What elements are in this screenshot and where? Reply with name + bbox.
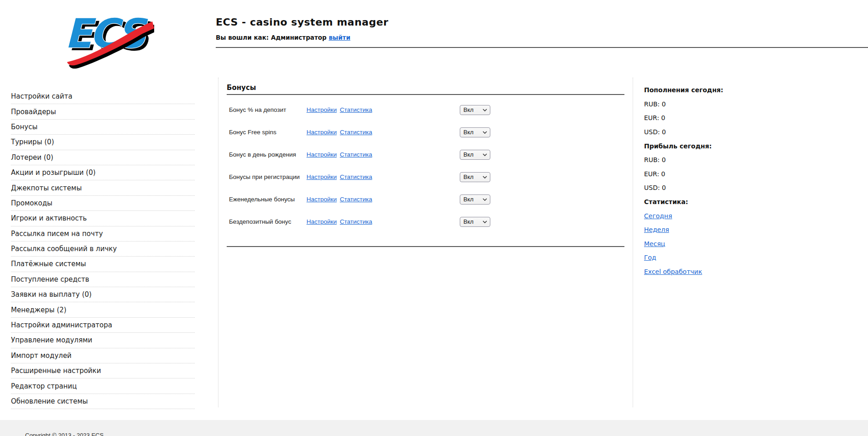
sidebar-menu: Настройки сайта Провайдеры Бонусы Турнир… (11, 89, 195, 409)
bonus-name: Бонус % на депозит (229, 106, 307, 113)
profit-rub-value: RUB: 0 (644, 153, 781, 167)
login-status: Вы вошли как: Администратор выйти (216, 34, 350, 41)
section-title: Бонусы (227, 84, 256, 92)
sidebar-item-page-editor[interactable]: Редактор страниц (11, 378, 195, 394)
bonus-settings-link[interactable]: Настройки (307, 196, 340, 203)
stats-excel-link[interactable]: Excel обработчик (644, 268, 702, 275)
profit-today-title: Прибыль сегодня: (644, 139, 781, 153)
bonus-row: Бездепозитный бонус Настройки Статистика… (229, 210, 624, 233)
stats-today-link[interactable]: Сегодня (644, 212, 672, 220)
stats-panel: Пополнения сегодня: RUB: 0 EUR: 0 USD: 0… (644, 83, 781, 278)
login-status-text: Вы вошли как: Администратор (216, 34, 327, 41)
sidebar-item-admin-settings[interactable]: Настройки администратора (11, 318, 195, 333)
bonus-toggle-value: Вкл (463, 196, 473, 203)
bonus-row: Бонус в день рождения Настройки Статисти… (229, 143, 624, 166)
bonus-toggle-select[interactable]: Вкл (460, 194, 490, 205)
stats-year-link[interactable]: Год (644, 254, 656, 261)
sidebar-item-payout-requests[interactable]: Заявки на выплату (0) (11, 287, 195, 302)
bonus-row: Бонус Free spins Настройки Статистика Вк… (229, 121, 624, 143)
logout-link[interactable]: выйти (329, 34, 351, 41)
bonus-stats-link[interactable]: Статистика (340, 129, 426, 136)
profit-eur-value: EUR: 0 (644, 167, 781, 181)
bonus-settings-link[interactable]: Настройки (307, 173, 340, 180)
section-top-rule (227, 94, 624, 95)
chevron-down-icon (483, 131, 487, 134)
bonus-toggle-select[interactable]: Вкл (460, 172, 490, 182)
copyright-text: Copyright © 2013 - 2023 ECS (25, 432, 868, 436)
bonus-name: Бонус Free spins (229, 129, 307, 136)
ecs-logo: ECS ECS (64, 6, 154, 69)
sidebar-item-module-management[interactable]: Управление модулями (11, 333, 195, 348)
sidebar-item-system-update[interactable]: Обновление системы (11, 394, 195, 409)
bonus-stats-link[interactable]: Статистика (340, 173, 426, 180)
bonus-toggle-value: Вкл (463, 218, 473, 225)
sidebar-item-jackpots[interactable]: Джекпоты системы (11, 180, 195, 195)
bonus-stats-link[interactable]: Статистика (340, 218, 426, 225)
sidebar-item-promocodes[interactable]: Промокоды (11, 196, 195, 211)
stats-week-link[interactable]: Неделя (644, 226, 669, 233)
bonus-toggle-select[interactable]: Вкл (460, 217, 490, 227)
sidebar-item-players-activity[interactable]: Игроки и активность (11, 211, 195, 226)
stats-month-link[interactable]: Месяц (644, 240, 665, 247)
bonus-name: Бездепозитный бонус (229, 218, 307, 225)
bonus-toggle-value: Вкл (463, 106, 473, 113)
bonus-toggle-select[interactable]: Вкл (460, 127, 490, 137)
bonus-stats-link[interactable]: Статистика (340, 196, 426, 203)
deposits-eur-value: EUR: 0 (644, 111, 781, 125)
bonus-name: Бонусы при регистрации (229, 173, 307, 180)
page-title: ECS - casino system manager (216, 16, 389, 28)
bonus-row: Бонусы при регистрации Настройки Статист… (229, 166, 624, 188)
bonus-toggle-value: Вкл (463, 129, 473, 136)
footer: Copyright © 2013 - 2023 ECS (0, 420, 868, 436)
deposits-rub-value: RUB: 0 (644, 97, 781, 111)
bonus-row: Бонус % на депозит Настройки Статистика … (229, 99, 624, 121)
sidebar-item-payment-systems[interactable]: Платёжные системы (11, 257, 195, 272)
sidebar-item-site-settings[interactable]: Настройки сайта (11, 89, 195, 104)
bonus-toggle-value: Вкл (463, 173, 473, 180)
bonus-toggle-select[interactable]: Вкл (460, 105, 490, 115)
bonus-stats-link[interactable]: Статистика (340, 106, 426, 113)
section-bottom-rule (227, 246, 624, 247)
chevron-down-icon (483, 109, 487, 111)
statistics-title: Статистика: (644, 195, 781, 209)
bonus-list: Бонус % на депозит Настройки Статистика … (229, 99, 624, 233)
chevron-down-icon (483, 198, 487, 201)
bonus-name: Еженедельные бонусы (229, 196, 307, 203)
deposits-today-title: Пополнения сегодня: (644, 83, 781, 97)
sidebar-item-advanced-settings[interactable]: Расширенные настройки (11, 363, 195, 378)
sidebar-item-providers[interactable]: Провайдеры (11, 104, 195, 119)
bonus-row: Еженедельные бонусы Настройки Статистика… (229, 188, 624, 210)
bonus-settings-link[interactable]: Настройки (307, 218, 340, 225)
sidebar-item-tournaments[interactable]: Турниры (0) (11, 135, 195, 150)
bonus-name: Бонус в день рождения (229, 151, 307, 158)
chevron-down-icon (483, 153, 487, 156)
sidebar-item-managers[interactable]: Менеджеры (2) (11, 302, 195, 317)
page: ECS ECS ECS - casino system manager Вы в… (0, 0, 868, 436)
sidebar-item-promotions[interactable]: Акции и розыгрыши (0) (11, 165, 195, 180)
bonus-settings-link[interactable]: Настройки (307, 106, 340, 113)
sidebar-item-email-mailing[interactable]: Рассылка писем на почту (11, 226, 195, 242)
sidebar-item-module-import[interactable]: Импорт модулей (11, 348, 195, 363)
bonus-toggle-select[interactable]: Вкл (460, 150, 490, 160)
profit-usd-value: USD: 0 (644, 181, 781, 195)
sidebar-item-lotteries[interactable]: Лотереи (0) (11, 150, 195, 165)
bonus-stats-link[interactable]: Статистика (340, 151, 426, 158)
main-rightpanel-divider (633, 78, 633, 407)
bonus-settings-link[interactable]: Настройки (307, 151, 340, 158)
deposits-usd-value: USD: 0 (644, 125, 781, 139)
chevron-down-icon (483, 221, 487, 223)
sidebar-main-divider (218, 78, 218, 407)
header-divider (216, 47, 868, 48)
sidebar-item-bonuses[interactable]: Бонусы (11, 120, 195, 135)
chevron-down-icon (483, 176, 487, 179)
bonus-settings-link[interactable]: Настройки (307, 129, 340, 136)
sidebar-item-incoming-funds[interactable]: Поступление средств (11, 272, 195, 287)
sidebar-item-pm-mailing[interactable]: Рассылка сообщений в личку (11, 242, 195, 257)
bonus-toggle-value: Вкл (463, 151, 473, 158)
